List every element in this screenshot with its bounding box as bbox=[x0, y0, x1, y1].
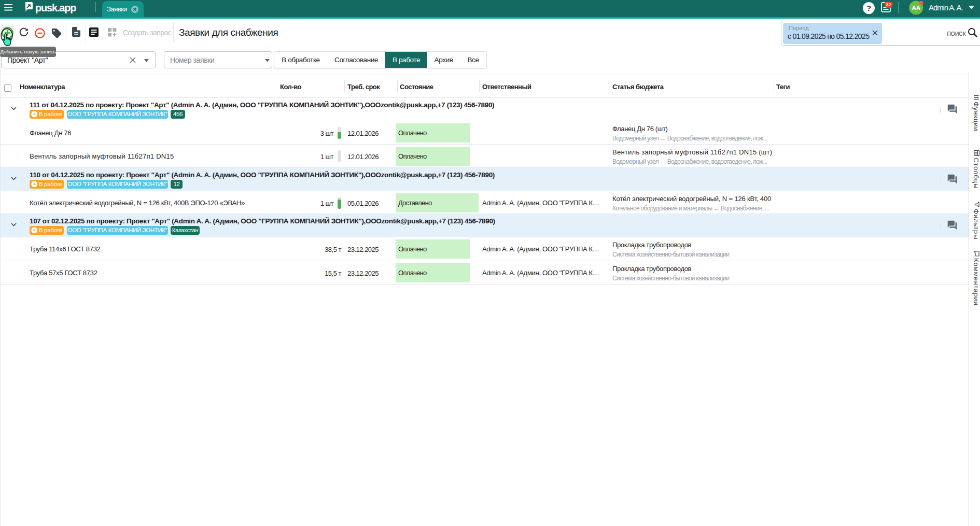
svg-text:?: ? bbox=[866, 4, 871, 12]
svg-text:AA: AA bbox=[912, 5, 920, 11]
svg-text:32: 32 bbox=[886, 2, 891, 7]
